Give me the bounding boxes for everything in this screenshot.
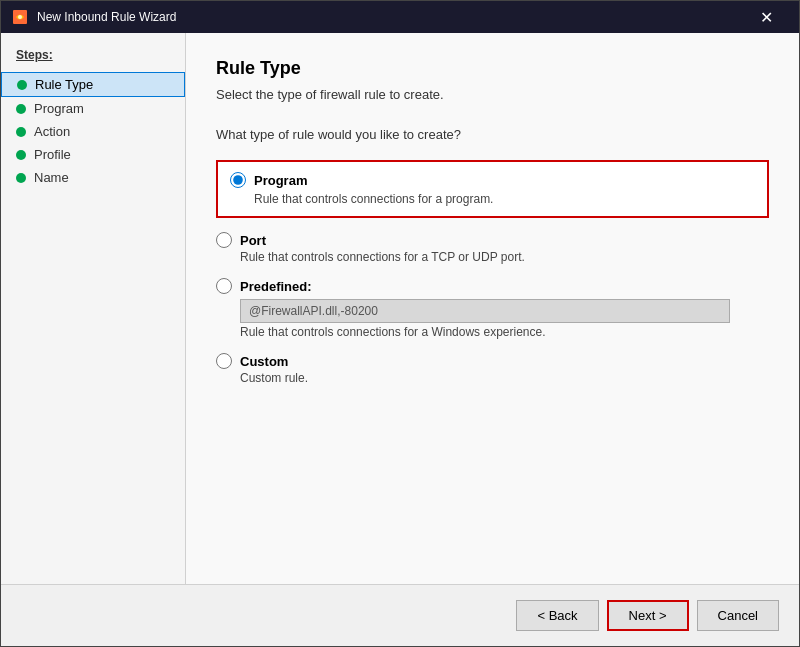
step-label-profile: Profile xyxy=(34,147,71,162)
option-desc-predefined: Rule that controls connections for a Win… xyxy=(240,325,769,339)
option-label-program: Program xyxy=(254,173,307,188)
sidebar: Steps: Rule TypeProgramActionProfileName xyxy=(1,33,186,584)
option-label-predefined: Predefined: xyxy=(240,279,312,294)
step-dot-profile xyxy=(16,150,26,160)
cancel-button[interactable]: Cancel xyxy=(697,600,779,631)
sidebar-item-name[interactable]: Name xyxy=(1,166,185,189)
title-bar: New Inbound Rule Wizard ✕ xyxy=(1,1,799,33)
back-button[interactable]: < Back xyxy=(516,600,598,631)
option-item-program: ProgramRule that controls connections fo… xyxy=(216,160,769,218)
option-row-predefined: Predefined: xyxy=(216,278,769,294)
step-label-name: Name xyxy=(34,170,69,185)
option-label-port: Port xyxy=(240,233,266,248)
radio-port[interactable] xyxy=(216,232,232,248)
step-label-rule-type: Rule Type xyxy=(35,77,93,92)
option-desc-program: Rule that controls connections for a pro… xyxy=(254,192,755,206)
step-dot-action xyxy=(16,127,26,137)
content-area: Steps: Rule TypeProgramActionProfileName… xyxy=(1,33,799,584)
step-label-action: Action xyxy=(34,124,70,139)
option-item-predefined: Predefined:Rule that controls connection… xyxy=(216,278,769,339)
close-button[interactable]: ✕ xyxy=(743,1,789,33)
button-bar: < Back Next > Cancel xyxy=(1,584,799,646)
window-title: New Inbound Rule Wizard xyxy=(37,10,743,24)
radio-program[interactable] xyxy=(230,172,246,188)
predefined-input[interactable] xyxy=(240,299,730,323)
option-item-port: PortRule that controls connections for a… xyxy=(216,232,769,264)
step-label-program: Program xyxy=(34,101,84,116)
wizard-window: New Inbound Rule Wizard ✕ Steps: Rule Ty… xyxy=(0,0,800,647)
step-dot-rule-type xyxy=(17,80,27,90)
option-item-custom: CustomCustom rule. xyxy=(216,353,769,385)
page-title: Rule Type xyxy=(216,58,769,79)
step-dot-name xyxy=(16,173,26,183)
option-row-program: Program xyxy=(230,172,755,188)
sidebar-item-profile[interactable]: Profile xyxy=(1,143,185,166)
next-button[interactable]: Next > xyxy=(607,600,689,631)
sidebar-item-action[interactable]: Action xyxy=(1,120,185,143)
main-panel: Rule Type Select the type of firewall ru… xyxy=(186,33,799,584)
selected-option-box: ProgramRule that controls connections fo… xyxy=(216,160,769,218)
option-row-custom: Custom xyxy=(216,353,769,369)
steps-label: Steps: xyxy=(1,48,185,72)
svg-point-1 xyxy=(18,15,22,19)
option-group: ProgramRule that controls connections fo… xyxy=(216,160,769,385)
option-label-custom: Custom xyxy=(240,354,288,369)
sidebar-item-rule-type[interactable]: Rule Type xyxy=(1,72,185,97)
option-desc-port: Rule that controls connections for a TCP… xyxy=(240,250,769,264)
page-subtitle: Select the type of firewall rule to crea… xyxy=(216,87,769,102)
option-row-port: Port xyxy=(216,232,769,248)
sidebar-item-program[interactable]: Program xyxy=(1,97,185,120)
step-dot-program xyxy=(16,104,26,114)
radio-predefined[interactable] xyxy=(216,278,232,294)
window-icon xyxy=(11,8,29,26)
option-desc-custom: Custom rule. xyxy=(240,371,769,385)
question-text: What type of rule would you like to crea… xyxy=(216,127,769,142)
radio-custom[interactable] xyxy=(216,353,232,369)
